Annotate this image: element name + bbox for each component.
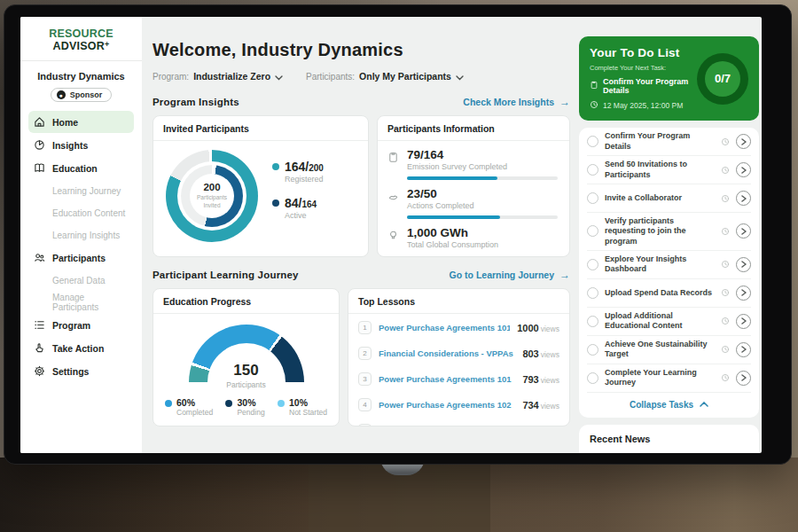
lesson-link[interactable]: Power Purchase Agreements 101 xyxy=(379,323,510,332)
sidebar-item-participants[interactable]: Participants xyxy=(28,246,134,269)
task-checkbox[interactable] xyxy=(587,259,598,270)
sidebar-item-label: Education Content xyxy=(52,208,125,218)
chevron-right-button[interactable] xyxy=(736,314,751,329)
task-checkbox[interactable] xyxy=(587,287,598,299)
chevron-right-button[interactable] xyxy=(736,286,751,301)
sidebar-item-label: Learning Journey xyxy=(52,186,121,196)
lesson-row: 2 Financial Considerations - VPPAs 803vi… xyxy=(348,340,569,365)
go-to-learning-journey-link[interactable]: Go to Learning Journey → xyxy=(450,269,570,281)
clock-icon xyxy=(721,162,730,178)
check-more-insights-link[interactable]: Check More Insights → xyxy=(463,96,570,108)
participants-dropdown[interactable]: Participants: Only My Participants xyxy=(306,68,464,84)
sidebar-item-take-action[interactable]: Take Action xyxy=(28,337,134,359)
sidebar-item-general-data[interactable]: General Data xyxy=(28,270,134,291)
task-row[interactable]: Invite a Collaborator xyxy=(587,184,751,213)
task-row[interactable]: Upload Additional Educational Content xyxy=(587,308,751,336)
clock-icon xyxy=(721,313,730,329)
pending-legend: 30% Pending xyxy=(225,397,264,417)
invited-count: 200 xyxy=(203,182,220,192)
todo-subtitle: Complete Your Next Task: xyxy=(590,64,692,72)
task-row[interactable]: Achieve One Sustainability Target xyxy=(587,336,751,364)
arrow-right-icon: → xyxy=(559,269,570,281)
teal-dot-icon xyxy=(272,163,279,170)
sidebar-item-label: Program xyxy=(52,320,90,331)
sidebar-item-program[interactable]: Program xyxy=(28,314,134,336)
sidebar-item-learning-journey[interactable]: Learning Journey xyxy=(28,180,134,201)
gauge-value: 150 xyxy=(189,362,304,379)
sponsor-badge[interactable]: ● Sponsor xyxy=(51,88,113,102)
sidebar-item-label: General Data xyxy=(52,276,105,286)
task-checkbox[interactable] xyxy=(587,225,598,237)
sidebar-item-label: Manage Participants xyxy=(52,293,129,312)
task-checkbox[interactable] xyxy=(587,136,598,147)
actions-completed-stat: 23/50 Actions Completed xyxy=(378,180,569,219)
divider xyxy=(20,60,142,61)
sidebar-item-insights[interactable]: Insights xyxy=(28,134,134,156)
top-lessons-card: Top Lessons 1 Power Purchase Agreements … xyxy=(348,288,570,426)
collapse-tasks-link[interactable]: Collapse Tasks xyxy=(587,393,751,418)
card-title: Invited Participants xyxy=(153,116,368,141)
sidebar-item-education[interactable]: Education xyxy=(28,157,134,179)
todo-title: Your To Do List xyxy=(590,46,692,59)
dashboard-screen: RESOURCE ADVISOR+ Industry Dynamics ● Sp… xyxy=(20,17,762,453)
sidebar-item-label: Participants xyxy=(52,253,106,263)
program-value: Industrialize Zero xyxy=(193,71,270,82)
card-title: Participants Information xyxy=(378,116,569,141)
participants-information-card: Participants Information 79/164 Emission… xyxy=(377,115,570,257)
book-icon xyxy=(34,162,45,174)
sidebar-item-label: Settings xyxy=(52,366,89,377)
sponsor-icon: ● xyxy=(57,90,66,99)
task-row[interactable]: Verify participants requesting to join t… xyxy=(587,213,751,251)
sidebar-item-manage-participants[interactable]: Manage Participants xyxy=(28,292,134,313)
task-checkbox[interactable] xyxy=(587,372,598,384)
lightblue-dot-icon xyxy=(278,400,285,407)
lesson-link[interactable]: Financial Considerations - VPPAs xyxy=(379,348,515,358)
chevron-right-button[interactable] xyxy=(736,342,751,357)
rank-badge: 5 xyxy=(358,424,372,427)
home-icon xyxy=(34,116,45,128)
task-checkbox[interactable] xyxy=(587,192,598,204)
lesson-row: 5 Power Purchase Agreements 103 600views xyxy=(348,418,569,426)
task-checkbox[interactable] xyxy=(587,164,598,176)
sidebar-item-label: Home xyxy=(52,117,78,128)
chevron-right-button[interactable] xyxy=(736,134,751,149)
clock-icon xyxy=(721,223,730,239)
task-row[interactable]: Confirm Your Program Details xyxy=(587,128,751,156)
task-checkbox[interactable] xyxy=(587,316,598,327)
task-row[interactable]: Explore Your Insights Dashboard xyxy=(587,251,751,279)
clock-icon xyxy=(721,191,730,207)
sidebar-item-settings[interactable]: Settings xyxy=(28,360,134,382)
program-label: Program: xyxy=(153,72,189,82)
sidebar-item-education-content[interactable]: Education Content xyxy=(28,202,134,223)
sidebar-item-home[interactable]: Home xyxy=(28,111,134,133)
room-background: RESOURCE ADVISOR+ Industry Dynamics ● Sp… xyxy=(0,0,798,532)
program-dropdown[interactable]: Program: Industrialize Zero xyxy=(153,68,283,84)
chevron-right-button[interactable] xyxy=(736,191,751,206)
lesson-link[interactable]: Power Purchase Agreements 103 xyxy=(379,426,515,427)
lesson-link[interactable]: Power Purchase Agreements 102 xyxy=(379,400,515,410)
chevron-right-button[interactable] xyxy=(736,371,751,386)
education-gauge-chart: 150 Participants xyxy=(189,325,304,383)
education-progress-card: Education Progress 150 Participants xyxy=(153,288,340,426)
bulb-icon xyxy=(387,229,399,249)
chevron-right-button[interactable] xyxy=(736,223,751,239)
clock-icon xyxy=(721,285,730,301)
learning-journey-title: Participant Learning Journey xyxy=(153,270,299,280)
chevron-right-button[interactable] xyxy=(736,257,751,272)
lesson-link[interactable]: Power Purchase Agreements 101 xyxy=(379,374,515,384)
task-row[interactable]: Upload Spend Data Records xyxy=(587,279,751,308)
card-title: Top Lessons xyxy=(348,289,569,314)
task-checkbox[interactable] xyxy=(587,344,598,356)
rank-badge: 1 xyxy=(358,321,372,334)
todo-progress: 0/7 xyxy=(715,72,731,85)
consumption-stat: 1,000 GWh Total Global Consumption xyxy=(378,219,569,249)
sidebar-item-label: Insights xyxy=(52,140,88,151)
task-row[interactable]: Complete Your Learning Journey xyxy=(587,364,751,393)
invited-count-label: Participants Invited xyxy=(192,194,231,210)
sidebar-item-learning-insights[interactable]: Learning Insights xyxy=(28,224,134,246)
gear-icon xyxy=(34,365,45,377)
chevron-right-button[interactable] xyxy=(736,162,751,177)
hand-leaf-icon xyxy=(387,190,399,219)
task-row[interactable]: Send 50 Invitations to Participants xyxy=(587,156,751,184)
page-title: Welcome, Industry Dynamics xyxy=(153,40,570,60)
